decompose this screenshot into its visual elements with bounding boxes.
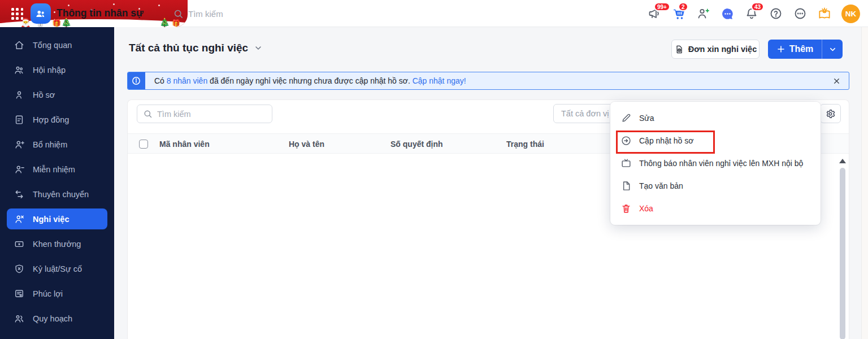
sidebar-item-hoi-nhap[interactable]: Hội nhập (7, 59, 107, 80)
card-icon (14, 288, 25, 299)
resignation-request-button[interactable]: Đơn xin nghỉ việc (671, 40, 760, 59)
file-icon (620, 180, 632, 192)
sidebar-item-khen-thuong[interactable]: Khen thưởng (7, 233, 107, 254)
sidebar: Tổng quanHội nhậpHồ sơHợp đồngBổ nhiệmMi… (0, 27, 114, 339)
topbar: 🎅 ⛄ 🎁 🎄 🎄 🎁 Thông tin nhân sự 99+ (0, 0, 868, 27)
column-header-status[interactable]: Trạng thái (506, 134, 544, 154)
unit-filter-value: Tất cả đơn vị (561, 109, 609, 118)
file-text-icon (14, 114, 25, 125)
column-header-name[interactable]: Họ và tên (289, 134, 324, 154)
sidebar-item-label: Nghỉ việc (33, 215, 69, 224)
sidebar-item-thuyen-chuyen[interactable]: Thuyên chuyển (7, 184, 107, 205)
sidebar-item-mien-nhiem[interactable]: Miễn nhiệm (7, 159, 107, 180)
sidebar-item-label: Bổ nhiệm (33, 140, 67, 149)
menu-item-label: Xóa (639, 204, 653, 213)
pencil-icon (620, 112, 632, 124)
topbar-search[interactable] (173, 6, 297, 21)
sidebar-item-label: Khen thưởng (33, 240, 81, 249)
banner-close-icon[interactable] (832, 77, 841, 85)
add-user-button[interactable] (696, 6, 710, 21)
tree-decoration: 🎄 (61, 18, 72, 27)
banner-count-link[interactable]: 8 nhân viên (167, 76, 207, 85)
notifications-button[interactable]: 43 (744, 6, 759, 21)
add-button[interactable]: Thêm (768, 40, 822, 59)
menu-item-label: Cập nhật hồ sơ (639, 136, 693, 145)
announcements-button[interactable]: 99+ (647, 6, 662, 21)
menu-item-xoa[interactable]: Xóa (610, 197, 821, 220)
person-icon (14, 89, 25, 101)
user-avatar[interactable]: NK (841, 5, 860, 23)
sidebar-item-quy-hoach[interactable]: Quy hoạch (7, 308, 107, 329)
app-launcher-icon[interactable] (11, 8, 24, 20)
shield-x-icon (14, 263, 25, 275)
app-logo-icon[interactable] (31, 3, 51, 24)
menu-item-label: Tạo văn bản (639, 181, 683, 190)
sidebar-item-bo-nhiem[interactable]: Bổ nhiệm (7, 134, 107, 155)
column-header-code[interactable]: Mã nhân viên (159, 134, 210, 154)
table-settings-button[interactable] (820, 104, 841, 123)
menu-item-thong-bao-mxh[interactable]: Thông báo nhân viên nghỉ việc lên MXH nộ… (610, 152, 821, 175)
sidebar-item-label: Quy hoạch (33, 314, 72, 323)
home-icon (14, 40, 25, 51)
people-icon (14, 64, 25, 76)
scroll-up-arrow[interactable] (839, 159, 846, 163)
menu-item-label: Thông báo nhân viên nghỉ việc lên MXH nộ… (639, 159, 803, 168)
cart-badge: 2 (678, 2, 688, 11)
more-button[interactable] (793, 6, 808, 21)
page-scrollbar[interactable] (861, 27, 868, 339)
table-search-input[interactable] (157, 110, 259, 119)
add-button-group: Thêm (768, 40, 843, 59)
resignation-request-label: Đơn xin nghỉ việc (688, 45, 757, 54)
sidebar-item-label: Tổng quan (33, 41, 72, 50)
sidebar-item-phuc-loi[interactable]: Phúc lợi (7, 283, 107, 304)
tv-icon (620, 158, 632, 169)
table-search[interactable] (137, 105, 272, 123)
sidebar-item-label: Miễn nhiệm (33, 165, 75, 174)
sidebar-item-label: Thuyên chuyển (33, 190, 89, 199)
page-title-chevron-icon[interactable] (254, 44, 263, 53)
sidebar-item-label: Phúc lợi (33, 289, 63, 298)
banner-update-link[interactable]: Cập nhật ngay! (413, 76, 466, 85)
sidebar-item-label: Hợp đồng (33, 115, 69, 124)
sidebar-item-nghi-viec[interactable]: Nghỉ việc (7, 208, 107, 229)
add-button-label: Thêm (789, 44, 814, 54)
person-x-icon (14, 214, 25, 225)
trash-icon (620, 203, 632, 214)
award-icon (14, 238, 25, 250)
whats-new-button[interactable] (817, 6, 832, 21)
topbar-search-input[interactable] (188, 9, 279, 19)
select-all-checkbox[interactable] (139, 140, 148, 149)
menu-item-label: Sửa (639, 114, 654, 123)
notifications-badge: 43 (751, 2, 764, 11)
app-title: Thông tin nhân sự (57, 7, 144, 19)
menu-item-tao-van-ban[interactable]: Tạo văn bản (610, 175, 821, 197)
page-title-row: Tất cả thủ tục nghỉ việc (129, 42, 263, 54)
search-icon (173, 8, 184, 19)
info-banner: Có 8 nhân viên đã đến ngày nghỉ việc như… (127, 72, 849, 90)
arrow-circle-icon (620, 135, 632, 146)
help-button[interactable] (769, 6, 783, 21)
info-icon (127, 72, 145, 90)
topbar-actions: 99+ 2 43 N (647, 0, 860, 27)
swap-icon (14, 189, 25, 200)
sidebar-item-ky-luat-su-co[interactable]: Kỷ luật/Sự cố (7, 258, 107, 279)
sidebar-item-tong-quan[interactable]: Tổng quan (7, 34, 107, 55)
cart-button[interactable]: 2 (671, 6, 686, 21)
banner-text: Có 8 nhân viên đã đến ngày nghỉ việc như… (154, 76, 466, 85)
table-scrollbar-thumb[interactable] (840, 168, 845, 339)
announcements-badge: 99+ (654, 2, 670, 11)
add-button-dropdown[interactable] (822, 40, 843, 59)
sidebar-item-ho-so[interactable]: Hồ sơ (7, 84, 107, 105)
menu-item-cap-nhat-ho-so[interactable]: Cập nhật hồ sơ (610, 129, 821, 152)
person-plus-icon (14, 139, 25, 150)
plus-icon (776, 45, 785, 54)
sidebar-item-label: Hội nhập (33, 66, 66, 75)
sidebar-item-partial-item[interactable] (7, 333, 107, 339)
column-header-decision[interactable]: Số quyết định (390, 134, 443, 154)
sidebar-item-label: Hồ sơ (33, 90, 55, 99)
sidebar-item-hop-dong[interactable]: Hợp đồng (7, 109, 107, 130)
row-context-menu: SửaCập nhật hồ sơThông báo nhân viên ngh… (610, 102, 821, 225)
search-icon (143, 109, 153, 119)
chat-button[interactable] (720, 6, 735, 21)
menu-item-sua[interactable]: Sửa (610, 107, 821, 129)
